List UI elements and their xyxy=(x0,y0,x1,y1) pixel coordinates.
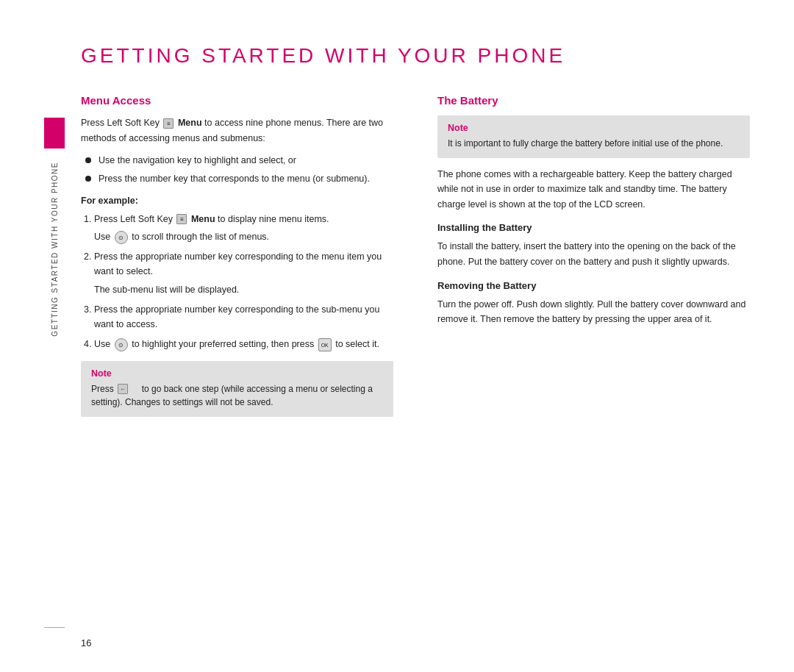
installing-text: To install the battery, insert the batte… xyxy=(437,239,750,269)
right-column: The Battery Note It is important to full… xyxy=(430,94,750,426)
page-number: 16 xyxy=(81,637,91,648)
numbered-steps: Press Left Soft Key ≡ Menu to display ni… xyxy=(81,212,393,352)
battery-heading: The Battery xyxy=(437,94,750,107)
battery-note-label: Note xyxy=(448,123,740,133)
sidebar-vertical-text: GETTING STARTED WITH YOUR PHONE xyxy=(51,162,59,337)
sidebar-pink-bar xyxy=(44,118,65,149)
ok-icon: OK xyxy=(318,338,332,351)
installing-heading: Installing the Battery xyxy=(437,222,750,233)
sidebar-line xyxy=(44,627,65,628)
step-1-sub: Use ⊙ to scroll through the list of menu… xyxy=(81,229,393,245)
menu-access-heading: Menu Access xyxy=(81,94,393,107)
menu-access-intro: Press Left Soft Key ≡ Menu to access nin… xyxy=(81,115,393,146)
main-content: GETTING STARTED WITH YOUR PHONE Menu Acc… xyxy=(81,44,750,672)
bullet-item: Use the navigation key to highlight and … xyxy=(85,153,393,168)
left-note-box: Note Press ← to go back one step (while … xyxy=(81,361,393,417)
back-icon: ← xyxy=(118,384,128,394)
battery-body-text: The phone comes with a rechargeable batt… xyxy=(437,167,750,212)
two-column-layout: Menu Access Press Left Soft Key ≡ Menu t… xyxy=(81,94,750,426)
page-title: GETTING STARTED WITH YOUR PHONE xyxy=(81,44,750,68)
left-note-label: Note xyxy=(91,368,383,379)
left-column: Menu Access Press Left Soft Key ≡ Menu t… xyxy=(81,94,401,426)
bullet-item: Press the number key that corresponds to… xyxy=(85,171,393,187)
soft-key-icon: ≡ xyxy=(176,214,187,224)
sidebar: GETTING STARTED WITH YOUR PHONE xyxy=(44,118,65,613)
scroll-icon: ⊙ xyxy=(115,231,128,244)
sidebar-text-wrapper: GETTING STARTED WITH YOUR PHONE xyxy=(51,154,59,613)
menu-icon: ≡ xyxy=(163,118,174,129)
left-note-text: Press ← to go back one step (while acces… xyxy=(91,382,383,410)
step-4: Use ⊙ to highlight your preferred settin… xyxy=(94,337,393,352)
scroll-icon-2: ⊙ xyxy=(115,338,128,351)
bullet-list: Use the navigation key to highlight and … xyxy=(85,153,393,186)
battery-note-box: Note It is important to fully charge the… xyxy=(437,115,750,158)
for-example-heading: For example: xyxy=(81,196,393,206)
battery-note-text: It is important to fully charge the batt… xyxy=(448,137,740,151)
step-3: Press the appropriate number key corresp… xyxy=(94,302,393,332)
removing-heading: Removing the Battery xyxy=(437,280,750,291)
step-1: Press Left Soft Key ≡ Menu to display ni… xyxy=(94,212,393,245)
step-2-sub: The sub-menu list will be displayed. xyxy=(81,282,393,298)
step-2: Press the appropriate number key corresp… xyxy=(94,249,393,298)
page-container: GETTING STARTED WITH YOUR PHONE GETTING … xyxy=(0,0,794,672)
removing-text: Turn the power off. Push down slightly. … xyxy=(437,297,750,327)
